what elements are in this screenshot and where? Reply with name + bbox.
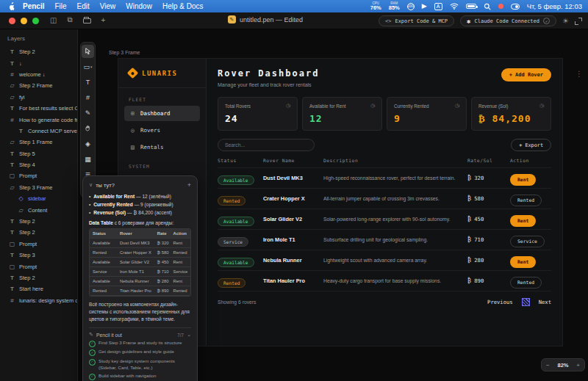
add-rover-button[interactable]: + Add Rover	[501, 68, 551, 81]
chat-title: ты тут?	[96, 182, 115, 189]
export-button[interactable]: + Export	[511, 139, 551, 151]
layer-item[interactable]: How to generate code from the	[0, 114, 77, 125]
frame-label[interactable]: Step 3 Frame	[109, 50, 140, 55]
frame-tool-icon[interactable]: #	[82, 91, 94, 104]
layer-item[interactable]: Step 2	[0, 227, 77, 238]
layer-item[interactable]: Connect MCP server	[0, 126, 77, 137]
layer-item[interactable]: ↓	[0, 57, 77, 68]
battery-icon[interactable]	[466, 4, 476, 9]
layer-label: Prompt	[19, 241, 37, 247]
menubar-clock[interactable]: Чт, 5 февр. 12:03	[527, 2, 582, 10]
collapse-chevron-icon[interactable]: ∨	[89, 182, 93, 188]
previous-page-button[interactable]: Previous	[487, 299, 513, 305]
layer-item[interactable]: Prompt	[0, 261, 77, 272]
action-button[interactable]: Service	[510, 236, 545, 247]
more-options-icon[interactable]: ⋮	[576, 70, 583, 78]
layer-item[interactable]: For best results select Claude S	[0, 103, 77, 114]
spotlight-search-icon[interactable]	[484, 3, 491, 10]
cpu-meter[interactable]: CPU76%	[370, 2, 381, 11]
layer-item[interactable]: Prompt	[0, 170, 77, 181]
menu-item[interactable]: Edit	[77, 2, 90, 10]
menu-app-name[interactable]: Pencil	[23, 2, 44, 10]
layer-item[interactable]: Step 2 Frame	[0, 80, 77, 91]
col-rover-name: Rover Name	[263, 158, 323, 163]
layer-item[interactable]: Start here	[0, 283, 77, 294]
select-tool-icon[interactable]	[82, 45, 94, 58]
image-tool-icon[interactable]: ▦	[82, 153, 94, 166]
table-summary: Showing 6 rovers	[218, 300, 257, 305]
nav-item[interactable]: Rovers	[124, 123, 200, 138]
wifi-icon[interactable]	[450, 3, 459, 10]
layer-item[interactable]: Step 2	[0, 272, 77, 283]
close-window-button[interactable]	[9, 18, 15, 24]
layer-item[interactable]: lunaris: design system compor	[0, 295, 77, 306]
new-tab-icon[interactable]: +	[101, 16, 106, 24]
action-button[interactable]: Rent	[510, 215, 536, 227]
sidebar-toggle-icon[interactable]: ◫	[50, 16, 57, 24]
menu-item[interactable]: Window	[126, 2, 152, 10]
mini-table-row: Rented Crater Hopper X ₿ 580 Rented	[90, 248, 190, 258]
text-tool-icon[interactable]: T	[82, 76, 94, 89]
table-row: Rented Crater Hopper X All-terrain jumpe…	[218, 188, 551, 208]
zoom-window-button[interactable]	[32, 18, 39, 24]
export-code-mcp-button[interactable]: <>Export Code & MCP	[379, 15, 454, 26]
layers-panel: Layers Step 2 ↓ welcome ↓ Step 2 Frame f…	[0, 29, 78, 381]
input-source-icon[interactable]: A	[434, 3, 442, 10]
minimize-window-button[interactable]	[21, 18, 27, 24]
menu-item[interactable]: Help & Docs	[162, 2, 204, 10]
layer-item[interactable]: sidebar	[0, 193, 77, 204]
action-button[interactable]: Rent	[510, 174, 536, 186]
zoom-out-button[interactable]: −	[546, 362, 550, 369]
recording-indicator-icon[interactable]	[498, 4, 503, 9]
hand-tool-icon[interactable]	[82, 122, 94, 135]
fullscreen-icon[interactable]	[575, 18, 582, 25]
layer-item[interactable]: Step 2	[0, 216, 77, 227]
timer-menu-icon[interactable]: 100	[407, 3, 415, 10]
rover-description: All-terrain jumper capable of crossing 3…	[323, 196, 467, 201]
checklist-chevron-icon[interactable]: ⌄	[187, 332, 191, 338]
user-switch-icon[interactable]	[511, 4, 520, 10]
layer-item[interactable]: Prompt	[0, 239, 77, 250]
shape-tool-icon[interactable]: ▭▾	[82, 60, 94, 73]
draw-tool-icon[interactable]: ✎	[82, 106, 94, 120]
nav-item-label: Rovers	[140, 127, 160, 134]
nav-item[interactable]: Dashboard	[124, 106, 200, 121]
zoom-in-button[interactable]: +	[576, 362, 580, 369]
rover-rate: ₿ 280	[467, 257, 510, 264]
pencil-app-icon: ✎	[228, 15, 236, 23]
layer-type-icon	[18, 207, 24, 214]
layer-item[interactable]: Step 3	[0, 250, 77, 261]
action-button[interactable]: Rented	[510, 277, 542, 289]
new-chat-button[interactable]: +	[187, 181, 191, 189]
layer-item[interactable]: fyi	[0, 92, 77, 103]
layer-item[interactable]: welcome ↓	[0, 69, 77, 80]
claude-code-status-button[interactable]: ✱Claude Code Connected✓	[460, 15, 556, 26]
open-folder-icon[interactable]	[83, 18, 91, 23]
menu-item[interactable]: View	[100, 2, 116, 10]
fleet-nav: Dashboard Rovers Rentals	[118, 106, 206, 155]
layer-label: welcome ↓	[19, 71, 45, 78]
rover-description: High-speed reconnaissance rover, perfect…	[323, 175, 467, 181]
layer-label: For best results select Claude S	[19, 105, 78, 112]
ram-meter[interactable]: RAM85%	[389, 2, 400, 11]
layer-item[interactable]: Step 5	[0, 148, 77, 159]
theme-toggle-icon[interactable]: ☀	[562, 17, 569, 25]
component-tool-icon[interactable]: ◈	[82, 137, 94, 150]
search-input[interactable]	[218, 139, 315, 151]
action-button[interactable]: Rent	[510, 256, 536, 268]
next-page-button[interactable]: Next	[539, 299, 551, 305]
layer-item[interactable]: Step 2	[0, 46, 77, 57]
menu-item[interactable]: File	[54, 2, 66, 10]
action-button[interactable]: Rented	[510, 195, 542, 206]
new-file-icon[interactable]: ⧉	[67, 15, 72, 24]
layer-item[interactable]: Step 4	[0, 159, 77, 170]
apple-menu-icon[interactable]	[9, 2, 15, 10]
layer-item[interactable]: Content	[0, 204, 77, 215]
layer-item[interactable]: Step 3 Frame	[0, 182, 77, 193]
layer-type-icon	[9, 173, 15, 179]
nav-item[interactable]: Rentals	[124, 139, 200, 155]
layer-label: Step 5	[19, 150, 35, 157]
zoom-level[interactable]: 82%	[557, 362, 568, 369]
play-menu-icon[interactable]: ▶	[422, 3, 427, 10]
layer-item[interactable]: Step 1 Frame	[0, 137, 77, 148]
